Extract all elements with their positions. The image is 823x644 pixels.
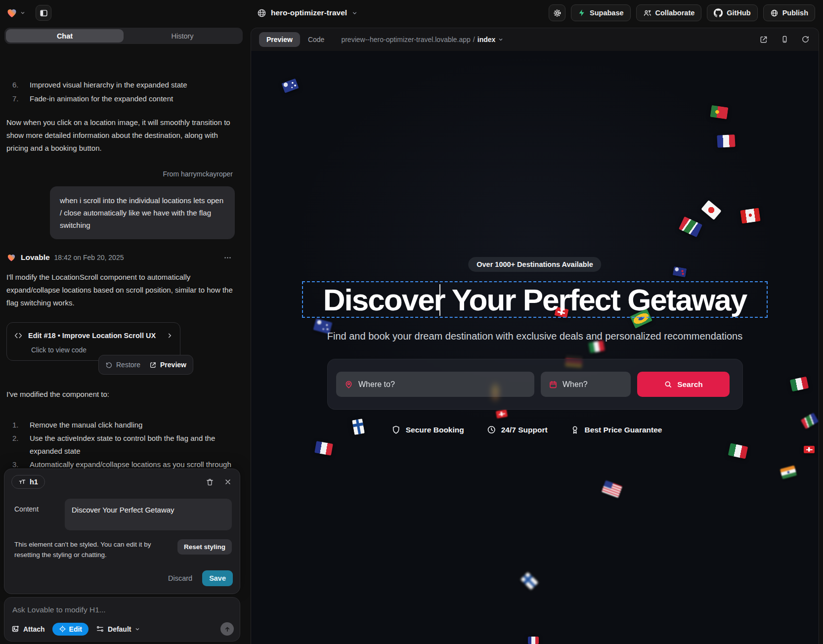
version-actions: Restore Preview	[98, 355, 193, 375]
chat-sidebar: Chat History 6.Improved visual hierarchy…	[0, 26, 248, 644]
flag-mx-icon	[588, 341, 605, 353]
chevron-down-icon	[20, 10, 26, 16]
content-field-label: Content	[14, 499, 65, 530]
settings-button[interactable]	[549, 4, 565, 21]
assistant-message-header: Lovable 18:42 on Feb 20, 2025	[6, 251, 235, 264]
when-field[interactable]	[541, 372, 631, 397]
collaborate-users-icon	[643, 9, 651, 17]
mobile-view-icon[interactable]	[780, 35, 789, 44]
list-item: 7.Fade-in animation for the expanded con…	[6, 92, 235, 105]
supabase-bolt-icon	[578, 9, 586, 17]
heart-logo-icon	[6, 253, 16, 262]
chat-input-placeholder[interactable]: Ask Lovable to modify H1...	[4, 598, 240, 614]
message-author-label: From harrymckayroper	[6, 168, 235, 180]
restore-button[interactable]: Restore	[105, 358, 140, 371]
supabase-label: Supabase	[590, 9, 624, 17]
search-button[interactable]: Search	[637, 372, 730, 397]
chat-messages[interactable]: 6.Improved visual hierarchy in the expan…	[0, 71, 248, 469]
preview-viewport[interactable]: Over 1000+ Destinations Available Discov…	[251, 51, 819, 644]
list-item: 3.Automatically expand/collapse location…	[6, 458, 235, 469]
element-inspector-panel: h1 Content Discover Your Perfect Getaway…	[4, 469, 240, 594]
shield-icon	[391, 425, 401, 434]
model-default-selector[interactable]: Default	[96, 625, 140, 633]
sidebar-toggle-button[interactable]	[36, 5, 51, 21]
url-host: preview--hero-optimizer-travel.lovable.a…	[341, 36, 470, 43]
tab-code[interactable]: Code	[308, 36, 324, 43]
assistant-name: Lovable	[21, 251, 50, 264]
selected-h1-outline[interactable]: Discover Your Perfect Getaway	[302, 281, 768, 318]
flag-jp-icon	[701, 200, 721, 220]
preview-url[interactable]: preview--hero-optimizer-travel.lovable.a…	[341, 36, 504, 43]
github-button[interactable]: GitHub	[707, 4, 757, 21]
where-to-field[interactable]	[336, 372, 534, 397]
assistant-list-top: 6.Improved visual hierarchy in the expan…	[6, 79, 235, 105]
content-textarea[interactable]: Discover Your Perfect Getaway	[65, 499, 232, 530]
hero-subtitle: Find and book your dream destination wit…	[298, 331, 772, 342]
trash-icon[interactable]	[206, 478, 214, 486]
gear-icon	[553, 8, 562, 18]
assistant-paragraph: I'll modify the LocationScroll component…	[6, 271, 235, 309]
publish-button[interactable]: Publish	[763, 4, 815, 21]
calendar-icon	[549, 380, 558, 389]
url-page: index	[477, 36, 496, 43]
element-tag-pill[interactable]: h1	[11, 475, 45, 489]
feature-list: Secure Booking 24/7 Support Best Price G…	[391, 425, 662, 434]
flag-fr-icon	[717, 134, 735, 148]
when-input[interactable]	[563, 380, 623, 389]
heart-logo-icon	[6, 7, 18, 19]
supabase-button[interactable]: Supabase	[571, 4, 631, 21]
text-icon	[18, 478, 26, 486]
collaborate-button[interactable]: Collaborate	[636, 4, 702, 21]
project-switcher[interactable]: hero-optimizer-travel	[257, 0, 358, 26]
assistant-paragraph: I've modified the component to:	[6, 388, 235, 401]
assistant-list-bottom: 1.Remove the manual click handling 2.Use…	[6, 419, 235, 469]
assistant-paragraph: Now when you click on a location image, …	[6, 116, 235, 155]
feature-secure-booking: Secure Booking	[391, 425, 464, 434]
send-button[interactable]	[220, 622, 234, 636]
lovable-logo-menu[interactable]	[6, 7, 26, 19]
flag-fr-icon	[314, 441, 333, 455]
refresh-icon[interactable]	[801, 35, 810, 44]
flag-au-icon	[281, 79, 299, 93]
where-to-input[interactable]	[358, 380, 526, 389]
tab-chat[interactable]: Chat	[6, 29, 124, 43]
more-options-icon[interactable]	[223, 254, 232, 262]
chat-input-card[interactable]: Ask Lovable to modify H1... Attach Edit …	[4, 597, 240, 642]
preview-panel: Preview Code preview--hero-optimizer-tra…	[251, 28, 819, 644]
preview-topbar: Preview Code preview--hero-optimizer-tra…	[251, 28, 819, 51]
flag-mx-icon	[790, 377, 809, 391]
attach-button[interactable]: Attach	[11, 625, 45, 633]
flag-ch-icon	[804, 446, 815, 453]
tab-preview[interactable]: Preview	[259, 32, 300, 47]
edit-card-subtitle: Click to view code	[31, 345, 173, 354]
reset-styling-button[interactable]: Reset styling	[177, 539, 232, 555]
publish-label: Publish	[782, 9, 808, 17]
open-external-icon[interactable]	[759, 35, 768, 44]
flag-za-icon	[679, 216, 702, 237]
map-pin-icon	[344, 380, 353, 389]
close-icon[interactable]	[224, 478, 232, 486]
edit-mode-button[interactable]: Edit	[52, 623, 88, 636]
preview-version-button[interactable]: Preview	[149, 358, 186, 371]
sidebar-tabs: Chat History	[4, 28, 243, 44]
feature-support: 24/7 Support	[487, 425, 548, 434]
list-item: 2.Use the activeIndex state to control b…	[6, 432, 235, 458]
flag-us-icon	[602, 480, 622, 498]
save-button[interactable]: Save	[202, 570, 233, 586]
app-topbar: hero-optimizer-travel Supabase Collabora…	[0, 0, 823, 26]
text-caret	[439, 284, 440, 316]
award-icon	[570, 425, 580, 434]
flag-ch-icon	[496, 409, 508, 419]
flag-pt-icon	[710, 105, 729, 119]
globe-dark-icon	[257, 8, 266, 18]
github-label: GitHub	[727, 9, 750, 17]
flag-ca-icon	[740, 208, 760, 223]
hero-title: Discover Your Perfect Getaway	[323, 282, 746, 317]
user-message-bubble: when i scroll into the individual locati…	[50, 186, 235, 239]
search-bar: Search	[327, 359, 743, 410]
panel-layout-icon	[40, 9, 48, 17]
search-icon	[664, 380, 672, 388]
tab-history[interactable]: History	[124, 29, 241, 43]
discard-button[interactable]: Discard	[168, 574, 192, 582]
collaborate-label: Collaborate	[655, 9, 695, 17]
